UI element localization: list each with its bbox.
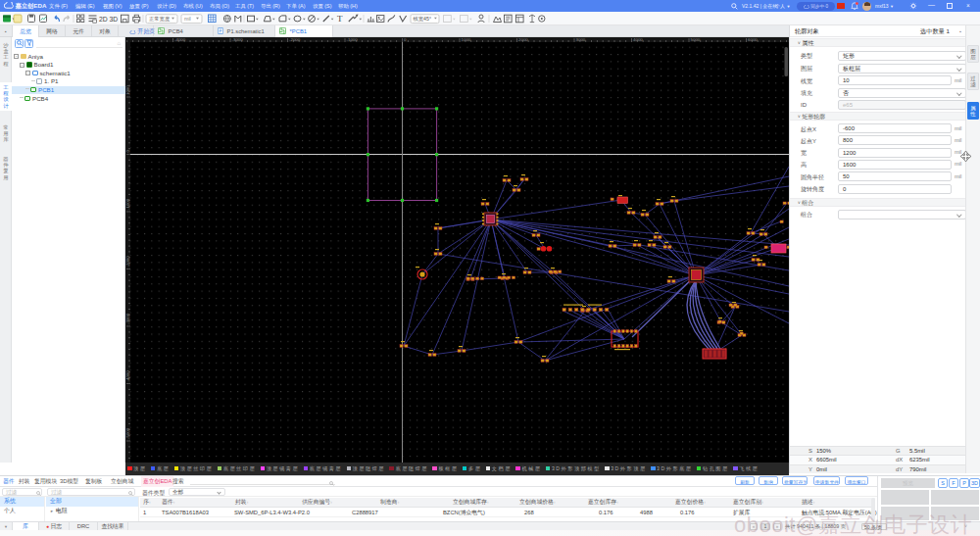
svg-text:2000: 2000	[518, 37, 528, 42]
svg-text:5000: 5000	[691, 37, 701, 42]
svg-text:1000: 1000	[125, 85, 130, 95]
svg-text:-5000: -5000	[125, 427, 130, 439]
svg-text:线宽45°: 线宽45°	[414, 16, 432, 23]
svg-text:-2000: -2000	[125, 256, 130, 268]
svg-text:3D: 3D	[110, 16, 119, 23]
svg-text:mil: mil	[184, 16, 191, 22]
svg-text:6000: 6000	[748, 37, 758, 42]
svg-text:T: T	[337, 14, 343, 24]
svg-text:-1000: -1000	[125, 198, 130, 210]
svg-text:2D: 2D	[99, 16, 108, 23]
svg-text:正常宽度: 正常宽度	[149, 16, 171, 23]
svg-text:3000: 3000	[576, 37, 586, 42]
svg-text:1000: 1000	[462, 37, 471, 42]
svg-text:-4000: -4000	[125, 370, 130, 382]
svg-text:4000: 4000	[633, 37, 643, 42]
svg-text:-3000: -3000	[125, 313, 130, 324]
